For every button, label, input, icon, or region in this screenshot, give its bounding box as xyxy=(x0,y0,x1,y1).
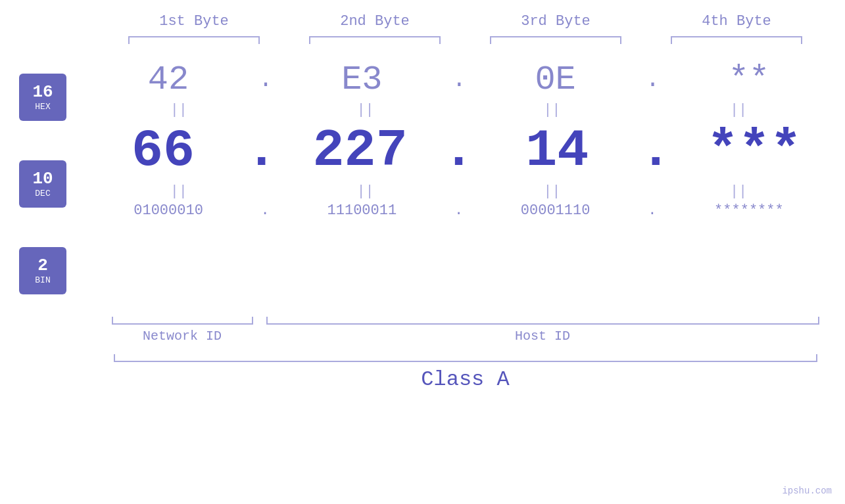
hex-value-2: E3 xyxy=(341,60,382,99)
bin-badge-label: BIN xyxy=(35,275,50,285)
dec-value-3: 14 xyxy=(525,121,589,181)
hex-cell-4: ** xyxy=(677,60,821,99)
byte-headers: 1st Byte 2nd Byte 3rd Byte 4th Byte xyxy=(104,13,827,30)
bin-dot-1: . xyxy=(258,202,272,219)
equals-2-1: || xyxy=(107,183,251,200)
hex-dot-2: . xyxy=(452,66,465,93)
hex-cell-3: 0E xyxy=(483,60,628,99)
dec-value-4: *** xyxy=(707,121,802,181)
badges-column: 16 HEX 10 DEC 2 BIN xyxy=(0,54,85,314)
id-labels: Network ID Host ID xyxy=(104,329,827,344)
bin-dot-3: . xyxy=(646,202,659,219)
hex-badge: 16 HEX xyxy=(19,74,66,121)
hex-cell-2: E3 xyxy=(289,60,434,99)
bin-value-3: 00001110 xyxy=(521,202,591,219)
equals-2-4: || xyxy=(666,183,811,200)
dec-dot-1: . xyxy=(246,121,278,181)
dec-value-2: 227 xyxy=(313,121,408,181)
byte-header-1: 1st Byte xyxy=(122,13,266,30)
byte-header-3: 3rd Byte xyxy=(483,13,628,30)
equals-2-3: || xyxy=(479,183,624,200)
hex-badge-label: HEX xyxy=(35,102,50,112)
bin-value-4: ******** xyxy=(714,202,784,219)
class-label: Class A xyxy=(114,367,817,392)
bin-value-1: 01000010 xyxy=(133,202,203,219)
equals-row-1: || || || || xyxy=(85,99,832,121)
bracket-top-3 xyxy=(490,36,621,44)
byte-header-2: 2nd Byte xyxy=(302,13,447,30)
byte-header-4: 4th Byte xyxy=(664,13,809,30)
equals-1-1: || xyxy=(107,102,251,118)
bin-cell-2: 11100011 xyxy=(289,202,434,219)
equals-2-2: || xyxy=(293,183,438,200)
hex-dot-1: . xyxy=(258,66,272,93)
bin-value-2: 11100011 xyxy=(327,202,397,219)
equals-1-4: || xyxy=(666,102,811,118)
bin-dot-2: . xyxy=(452,202,465,219)
network-id-label: Network ID xyxy=(112,329,253,344)
bin-cell-3: 00001110 xyxy=(483,202,628,219)
class-bracket xyxy=(114,354,817,362)
dec-dot-3: . xyxy=(640,121,671,181)
equals-1-3: || xyxy=(479,102,624,118)
bracket-top-4 xyxy=(671,36,802,44)
hex-value-3: 0E xyxy=(535,60,575,99)
dec-dot-2: . xyxy=(443,121,474,181)
dec-value-1: 66 xyxy=(132,121,195,181)
hex-dot-3: . xyxy=(646,66,659,93)
dec-cell-3: 14 xyxy=(485,121,629,181)
bin-cell-1: 01000010 xyxy=(96,202,241,219)
watermark: ipshu.com xyxy=(782,486,832,496)
hex-value-4: ** xyxy=(729,60,769,99)
bin-cell-4: ******** xyxy=(677,202,821,219)
class-bracket-row: Class A xyxy=(114,354,817,392)
bin-badge-number: 2 xyxy=(37,256,48,275)
dec-row: 66 . 227 . 14 . *** xyxy=(85,121,832,181)
dec-cell-2: 227 xyxy=(288,121,433,181)
bracket-bottom-network xyxy=(112,317,253,325)
bin-badge: 2 BIN xyxy=(19,247,66,294)
dec-badge-label: DEC xyxy=(35,189,50,198)
dec-cell-4: *** xyxy=(682,121,827,181)
hex-badge-number: 16 xyxy=(32,83,53,102)
bottom-brackets xyxy=(104,317,827,325)
content-area: 16 HEX 10 DEC 2 BIN 42 . E3 xyxy=(0,54,845,314)
dec-badge: 10 DEC xyxy=(19,160,66,208)
main-container: 1st Byte 2nd Byte 3rd Byte 4th Byte 16 H… xyxy=(0,0,845,504)
bracket-top-1 xyxy=(128,36,260,44)
bracket-bottom-host xyxy=(266,317,819,325)
bracket-top-2 xyxy=(309,36,441,44)
top-brackets xyxy=(104,36,827,44)
host-id-label: Host ID xyxy=(266,329,819,344)
hex-row: 42 . E3 . 0E . ** xyxy=(85,54,832,99)
equals-row-2: || || || || xyxy=(85,181,832,202)
dec-cell-1: 66 xyxy=(91,121,235,181)
rows-container: 42 . E3 . 0E . ** || || || || xyxy=(85,54,845,314)
dec-badge-number: 10 xyxy=(32,170,53,189)
equals-1-2: || xyxy=(293,102,438,118)
bin-row: 01000010 . 11100011 . 00001110 . *******… xyxy=(85,202,832,219)
hex-value-1: 42 xyxy=(148,60,189,99)
hex-cell-1: 42 xyxy=(96,60,241,99)
